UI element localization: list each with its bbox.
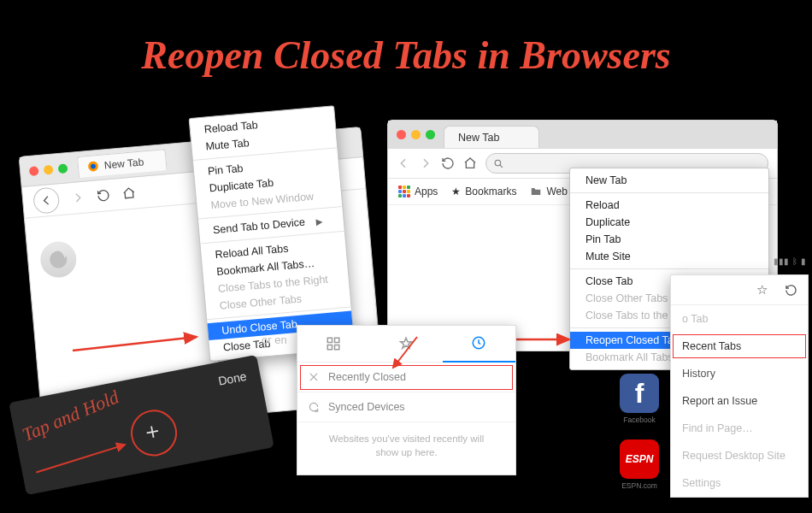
menu-settings[interactable]: Settings xyxy=(671,469,808,497)
window-controls[interactable] xyxy=(397,130,435,139)
svg-rect-9 xyxy=(335,345,339,350)
firefox-icon xyxy=(86,159,99,172)
menu-new-tab[interactable]: New Tab xyxy=(570,172,768,189)
folder-icon xyxy=(530,186,542,198)
chrome-tab-strip: New Tab xyxy=(388,121,777,148)
app-label: ESPN.com xyxy=(621,481,657,490)
history-panel: Recently Closed Synced Devices Websites … xyxy=(297,325,516,475)
menu-recent-tabs[interactable]: Recent Tabs xyxy=(671,333,808,360)
apps-shortcut[interactable]: Apps xyxy=(398,186,438,198)
bluetooth-icon: ᛒ xyxy=(792,256,797,266)
back-button[interactable] xyxy=(32,186,61,215)
home-icon[interactable] xyxy=(121,186,136,200)
menu-find-in-page[interactable]: Find in Page… xyxy=(671,415,808,442)
star-icon xyxy=(398,336,414,351)
svg-line-4 xyxy=(500,165,503,168)
browser-tab[interactable]: New Tab xyxy=(444,126,539,148)
tap-and-hold-label: Tap and Hold xyxy=(19,386,122,446)
battery-icon: ▮ xyxy=(801,256,806,266)
home-screen-apps: f Facebook ESPN ESPN.com xyxy=(615,374,663,490)
status-bar: ▮▮▮ ᛒ ▮ xyxy=(774,256,806,266)
web-folder[interactable]: Web xyxy=(530,186,567,198)
svg-rect-7 xyxy=(335,338,339,342)
svg-point-3 xyxy=(495,160,501,166)
panels-icon xyxy=(326,336,341,351)
browser-tab[interactable]: New Tab xyxy=(77,149,168,178)
app-facebook[interactable]: f Facebook xyxy=(620,374,659,424)
svg-rect-6 xyxy=(328,338,332,342)
app-espn[interactable]: ESPN ESPN.com xyxy=(620,439,659,490)
arrow-left-icon[interactable] xyxy=(397,156,410,170)
reload-icon[interactable] xyxy=(441,156,455,170)
signal-icon: ▮▮▮ xyxy=(774,256,789,266)
reload-icon[interactable] xyxy=(785,284,797,297)
web-label: Web xyxy=(546,186,567,198)
bookmarks-shortcut[interactable]: ★ Bookmarks xyxy=(451,186,516,198)
menu-top-row: ☆ xyxy=(671,275,808,305)
menu-duplicate[interactable]: Duplicate xyxy=(570,214,768,231)
callout-arrow-plus xyxy=(31,434,138,487)
facebook-icon: f xyxy=(620,374,659,413)
synced-label: Synced Devices xyxy=(328,401,405,413)
sync-icon xyxy=(308,401,320,413)
history-empty-note: Websites you've visited recently will sh… xyxy=(297,422,515,475)
apps-grid-icon xyxy=(398,186,410,198)
arrow-right-icon[interactable] xyxy=(70,191,85,205)
recently-closed-row[interactable]: Recently Closed xyxy=(297,363,515,392)
x-icon xyxy=(308,371,320,383)
tab-panels[interactable] xyxy=(297,326,369,362)
app-label: Facebook xyxy=(623,416,655,424)
svg-line-12 xyxy=(34,445,127,472)
apps-label: Apps xyxy=(415,186,438,198)
espn-icon: ESPN xyxy=(620,439,659,479)
search-icon xyxy=(493,158,504,169)
home-icon[interactable] xyxy=(463,156,477,170)
menu-report-issue[interactable]: Report an Issue xyxy=(671,387,808,415)
bookmarks-label: Bookmarks xyxy=(465,186,516,198)
menu-history[interactable]: History xyxy=(671,360,808,387)
chrome-mobile-menu[interactable]: ▮▮▮ ᛒ ▮ ☆ o Tab Recent Tabs History Repo… xyxy=(670,274,809,498)
to-tab-fragment: o Tab xyxy=(671,305,808,333)
star-icon[interactable]: ☆ xyxy=(756,282,768,298)
menu-reload[interactable]: Reload xyxy=(570,197,768,214)
arrow-left-icon xyxy=(39,193,54,208)
zoom-icon[interactable] xyxy=(58,163,68,174)
svg-rect-8 xyxy=(328,345,332,350)
firefox-logo xyxy=(39,240,79,280)
window-controls[interactable] xyxy=(29,163,68,176)
recently-closed-label: Recently Closed xyxy=(328,371,406,383)
minimize-icon[interactable] xyxy=(44,164,54,174)
menu-mute-site[interactable]: Mute Site xyxy=(570,248,768,265)
clock-icon xyxy=(471,335,486,351)
menu-request-desktop[interactable]: Request Desktop Site xyxy=(671,442,808,469)
close-icon[interactable] xyxy=(29,166,39,176)
star-icon: ★ xyxy=(451,186,461,198)
page-title: Reopen Closed Tabs in Browsers xyxy=(0,32,812,78)
zoom-icon[interactable] xyxy=(426,130,435,139)
menu-pin-tab[interactable]: Pin Tab xyxy=(570,231,768,248)
done-button[interactable]: Done xyxy=(217,369,248,388)
firefox-logo-icon xyxy=(47,249,69,271)
reload-icon[interactable] xyxy=(96,188,110,203)
history-tabs xyxy=(297,326,515,363)
tab-label: New Tab xyxy=(103,156,144,171)
tab-history[interactable] xyxy=(443,325,515,363)
close-icon[interactable] xyxy=(397,130,406,139)
enter-hint-text: or en xyxy=(262,333,287,346)
tab-bookmarks[interactable] xyxy=(370,326,442,362)
arrow-right-icon[interactable] xyxy=(419,156,432,170)
minimize-icon[interactable] xyxy=(411,130,421,139)
synced-devices-row[interactable]: Synced Devices xyxy=(297,392,515,422)
